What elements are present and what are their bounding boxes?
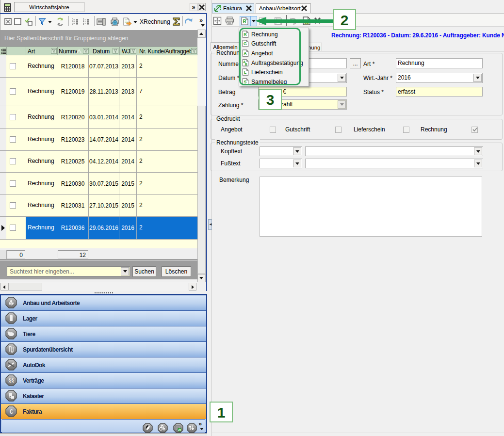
svg-text:25: 25 <box>178 428 181 431</box>
svg-text:R: R <box>243 19 246 24</box>
svg-text:§§: §§ <box>8 377 14 384</box>
svg-text:€: € <box>9 408 13 415</box>
